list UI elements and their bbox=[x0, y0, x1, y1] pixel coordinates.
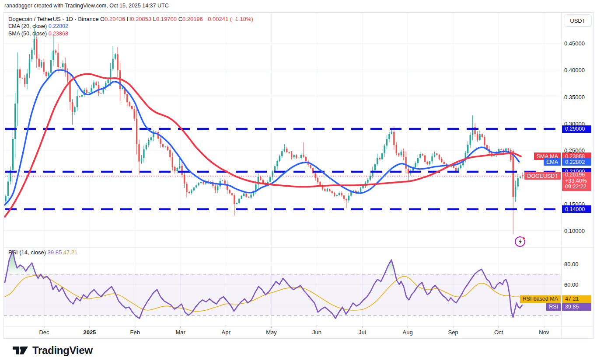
page: ranadagger created with TradingView.com,… bbox=[0, 0, 597, 364]
tradingview-logo[interactable]: TradingView bbox=[12, 343, 93, 357]
rsi-axis-chip: RSI bbox=[546, 303, 561, 311]
ohlc-key: O bbox=[100, 16, 105, 22]
sma-legend-row[interactable]: SMA (50, close) 0.23868 bbox=[8, 30, 253, 38]
rsi-ma-axis-badge: 47.21 bbox=[562, 295, 591, 303]
month-label: 2025 bbox=[83, 329, 96, 336]
change-percent: +33.40% bbox=[565, 178, 591, 184]
sma-label: SMA (50, close) bbox=[8, 31, 47, 37]
ohlc-value: 0.20853 bbox=[131, 16, 151, 22]
month-label: Mar bbox=[175, 329, 185, 336]
bar-countdown: 09:22:22 bbox=[565, 184, 591, 190]
chart-canvas[interactable] bbox=[4, 13, 594, 339]
ema-axis-chip: EMA bbox=[544, 158, 561, 166]
currency-toggle-button[interactable]: USDT bbox=[564, 14, 592, 27]
price-tick-label: 0.35000 bbox=[564, 94, 585, 101]
month-label: Feb bbox=[130, 329, 140, 336]
level-badge-014: 0.14000 bbox=[562, 205, 591, 213]
month-label: Nov bbox=[539, 329, 549, 336]
tradingview-logo-text: TradingView bbox=[32, 344, 93, 357]
month-label: Sep bbox=[448, 329, 458, 336]
ohlc-value: 0.19700 bbox=[156, 16, 177, 22]
ohlc-key: C bbox=[177, 16, 182, 22]
last-price-badge: 0.20196 +33.40% 09:22:22 bbox=[562, 172, 591, 191]
month-label: May bbox=[266, 329, 277, 336]
ema-label: EMA (20, close) bbox=[8, 23, 47, 29]
level-badge-029: 0.29000 bbox=[562, 125, 591, 133]
chart-widget[interactable]: Dogecoin / TetherUS · 1D · Binance O0.20… bbox=[3, 12, 594, 339]
symbol-title: Dogecoin / TetherUS · 1D · Binance bbox=[8, 16, 98, 22]
ohlc-value: 0.20196 bbox=[182, 16, 203, 22]
ohlc-value: 0.20436 bbox=[105, 16, 125, 22]
symbol-legend-row[interactable]: Dogecoin / TetherUS · 1D · Binance O0.20… bbox=[8, 15, 253, 23]
sma-value: 0.23868 bbox=[49, 31, 68, 37]
month-label: Oct bbox=[494, 329, 503, 336]
price-tick-label: 0.40000 bbox=[564, 67, 585, 73]
rsi-tick-label: 60.00 bbox=[564, 281, 579, 288]
rsi-value: 39.85 bbox=[48, 249, 62, 256]
watermark-text: ranadagger created with TradingView.com,… bbox=[4, 3, 169, 9]
month-label: Jun bbox=[312, 329, 321, 336]
rsi-axis-badge: 39.85 bbox=[562, 303, 591, 311]
ema-legend-row[interactable]: EMA (20, close) 0.22802 bbox=[8, 23, 253, 30]
price-tick-label: 0.10000 bbox=[564, 228, 585, 234]
ema-axis-badge: 0.22802 bbox=[562, 158, 591, 166]
main-legend[interactable]: Dogecoin / TetherUS · 1D · Binance O0.20… bbox=[8, 15, 253, 38]
symbol-axis-chip: DOGEUSDT bbox=[524, 172, 561, 180]
ohlc-key: H bbox=[125, 16, 131, 22]
month-label: Dec bbox=[39, 329, 49, 336]
rsi-label: RSI (14, close) bbox=[8, 249, 46, 256]
change-value: −0.00241 (−1.18%) bbox=[205, 16, 253, 22]
price-tick-label: 0.45000 bbox=[564, 40, 585, 47]
tradingview-logo-icon bbox=[12, 343, 28, 357]
rsi-ma-value: 47.21 bbox=[63, 249, 78, 256]
ohlc-key: L bbox=[151, 16, 156, 22]
event-lightning-icon[interactable] bbox=[514, 236, 527, 248]
last-price-value: 0.20196 bbox=[565, 172, 591, 178]
month-label: Jul bbox=[359, 329, 366, 336]
ohlc-values: O0.20436 H0.20853 L0.19700 C0.20196 bbox=[100, 16, 203, 22]
rsi-legend-row[interactable]: RSI (14, close) 39.85 47.21 bbox=[8, 249, 77, 256]
rsi-ma-axis-chip: RSI-based MA bbox=[520, 295, 561, 303]
ema-value: 0.22802 bbox=[49, 23, 68, 29]
month-label: Aug bbox=[403, 329, 413, 336]
month-label: Apr bbox=[221, 329, 230, 336]
rsi-tick-label: 80.00 bbox=[564, 261, 579, 267]
